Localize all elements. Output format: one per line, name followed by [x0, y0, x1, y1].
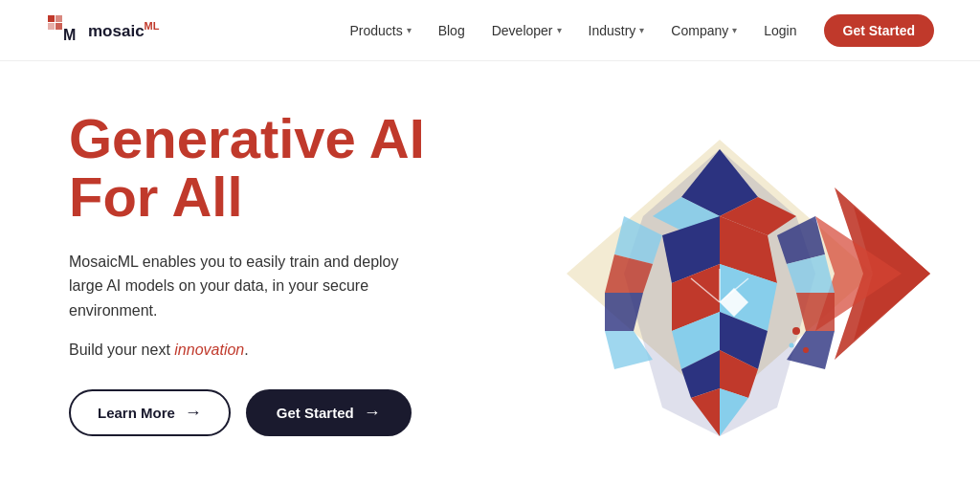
- learn-more-button[interactable]: Learn More →: [69, 389, 231, 436]
- arrow-right-icon: →: [364, 403, 381, 423]
- svg-point-37: [803, 347, 809, 353]
- nav-get-started-button[interactable]: Get Started: [824, 14, 934, 47]
- get-started-button[interactable]: Get Started →: [246, 389, 412, 436]
- nav-products[interactable]: Products ▾: [349, 23, 411, 38]
- chevron-down-icon: ▾: [732, 25, 737, 35]
- svg-rect-1: [48, 15, 55, 22]
- svg-rect-3: [48, 23, 55, 30]
- chevron-down-icon: ▾: [639, 25, 644, 35]
- arrow-right-icon: →: [185, 403, 202, 423]
- svg-rect-2: [56, 15, 62, 22]
- svg-point-36: [792, 327, 800, 335]
- hero-description: MosaicML enables you to easily train and…: [69, 250, 433, 323]
- nav-blog[interactable]: Blog: [438, 23, 465, 38]
- svg-text:M: M: [63, 27, 76, 43]
- chevron-down-icon: ▾: [407, 25, 412, 35]
- chevron-down-icon: ▾: [557, 25, 562, 35]
- nav-developer[interactable]: Developer ▾: [492, 23, 562, 38]
- hero-heading: Generative AI For All: [69, 110, 509, 227]
- hero-sub-text: Build your next innovation.: [69, 342, 509, 359]
- nav-industry[interactable]: Industry ▾: [589, 23, 645, 38]
- navbar: M mosaicML Products ▾ Blog Developer ▾ I…: [0, 0, 980, 61]
- hero-buttons: Learn More → Get Started →: [69, 389, 509, 436]
- logo-superscript: ML: [145, 20, 160, 32]
- logo[interactable]: M mosaicML: [46, 13, 159, 48]
- logo-text: mosaicML: [88, 20, 159, 41]
- hero-illustration: [528, 61, 930, 485]
- nav-login[interactable]: Login: [764, 23, 796, 38]
- svg-rect-4: [56, 23, 62, 30]
- hero-highlight-word: innovation: [174, 342, 244, 358]
- nav-links: Products ▾ Blog Developer ▾ Industry ▾ C…: [349, 14, 934, 47]
- nav-company[interactable]: Company ▾: [671, 23, 737, 38]
- hero-content: Generative AI For All MosaicML enables y…: [69, 110, 528, 437]
- hero-section: Generative AI For All MosaicML enables y…: [0, 61, 980, 485]
- svg-point-38: [790, 342, 794, 347]
- hero-graphic: [528, 111, 930, 436]
